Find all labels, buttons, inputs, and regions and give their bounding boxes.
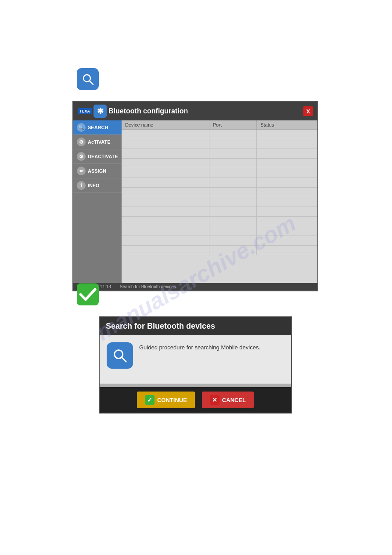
col-port: Port xyxy=(209,120,257,129)
sidebar-activate-label: AcTIVATE xyxy=(88,139,111,145)
close-button[interactable]: X xyxy=(303,106,313,116)
table-header: Device name Port Status xyxy=(122,120,317,130)
sidebar-item-info[interactable]: ℹ INFO xyxy=(73,178,122,193)
table-row xyxy=(122,217,317,226)
statusbar-status: Search for Bluetooth devices xyxy=(120,284,176,289)
search-dialog-icon xyxy=(107,342,133,369)
bluetooth-logo-icon: ✱ xyxy=(94,105,107,118)
table-row xyxy=(122,178,317,188)
sidebar-item-assign[interactable]: ✏ ASSIGN xyxy=(73,164,122,178)
table-row xyxy=(122,207,317,217)
search-dialog-description: Guided procedure for searching Mobile de… xyxy=(139,342,260,351)
sidebar-item-activate[interactable]: ⚙ AcTIVATE xyxy=(73,135,122,149)
table-row xyxy=(122,197,317,207)
bluetooth-config-titlebar: TEXA ✱ Bluetooth configuration X xyxy=(73,102,317,120)
sidebar-item-deactivate[interactable]: ⚙ DEACTIVATE xyxy=(73,149,122,164)
bluetooth-sidebar: 🔍 SEARCH ⚙ AcTIVATE ⚙ DEACTIVATE ✏ ASSIG… xyxy=(73,120,122,283)
titlebar-left: TEXA ✱ Bluetooth configuration xyxy=(78,105,188,118)
table-row xyxy=(122,188,317,197)
table-row xyxy=(122,149,317,159)
cancel-label: CANCEL xyxy=(222,397,246,403)
svg-line-3 xyxy=(122,357,126,362)
table-row xyxy=(122,226,317,236)
bluetooth-config-window: TEXA ✱ Bluetooth configuration X 🔍 SEARC… xyxy=(72,101,318,291)
continue-checkmark-icon: ✓ xyxy=(145,395,155,405)
sidebar-search-label: SEARCH xyxy=(88,125,108,130)
continue-label: CONTINUE xyxy=(157,397,187,403)
cancel-button[interactable]: ✕ CANCEL xyxy=(202,392,254,408)
bluetooth-config-body: 🔍 SEARCH ⚙ AcTIVATE ⚙ DEACTIVATE ✏ ASSIG… xyxy=(73,120,317,283)
table-row xyxy=(122,130,317,139)
table-rows xyxy=(122,130,317,283)
search-icon-top[interactable] xyxy=(77,68,99,90)
cancel-x-icon: ✕ xyxy=(210,395,219,405)
continue-button[interactable]: ✓ CONTINUE xyxy=(137,392,195,408)
col-device-name: Device name xyxy=(122,120,209,129)
activate-sidebar-icon: ⚙ xyxy=(77,138,86,146)
search-dialog-footer: ✓ CONTINUE ✕ CANCEL xyxy=(100,387,291,413)
info-sidebar-icon: ℹ xyxy=(77,181,86,190)
col-status: Status xyxy=(257,120,317,129)
bottom-check-icon-wrapper xyxy=(77,283,99,305)
deactivate-sidebar-icon: ⚙ xyxy=(77,152,86,161)
table-row xyxy=(122,246,317,255)
search-dialog-separator xyxy=(100,384,291,387)
search-dialog-body: Guided procedure for searching Mobile de… xyxy=(100,335,291,384)
sidebar-deactivate-label: DEACTIVATE xyxy=(88,154,118,159)
sidebar-assign-label: ASSIGN xyxy=(88,168,106,174)
search-dialog-titlebar: Search for Bluetooth devices xyxy=(100,317,291,335)
bluetooth-statusbar: 15/09/2012 11:13 Search for Bluetooth de… xyxy=(73,283,317,290)
search-dialog-title: Search for Bluetooth devices xyxy=(106,322,215,330)
table-row xyxy=(122,236,317,246)
top-search-icon-wrapper xyxy=(77,68,99,90)
svg-line-1 xyxy=(90,81,93,84)
texa-logo: TEXA xyxy=(78,108,92,114)
bluetooth-main-area: Device name Port Status xyxy=(122,120,317,283)
table-row xyxy=(122,159,317,168)
checkmark-icon[interactable] xyxy=(77,283,99,305)
search-bluetooth-dialog: Search for Bluetooth devices Guided proc… xyxy=(99,316,292,414)
sidebar-info-label: INFO xyxy=(88,183,99,188)
bluetooth-config-title: Bluetooth configuration xyxy=(108,107,188,115)
assign-sidebar-icon: ✏ xyxy=(77,167,86,175)
table-row xyxy=(122,139,317,149)
search-sidebar-icon: 🔍 xyxy=(77,123,86,132)
sidebar-item-search[interactable]: 🔍 SEARCH xyxy=(73,120,122,135)
table-row xyxy=(122,168,317,178)
